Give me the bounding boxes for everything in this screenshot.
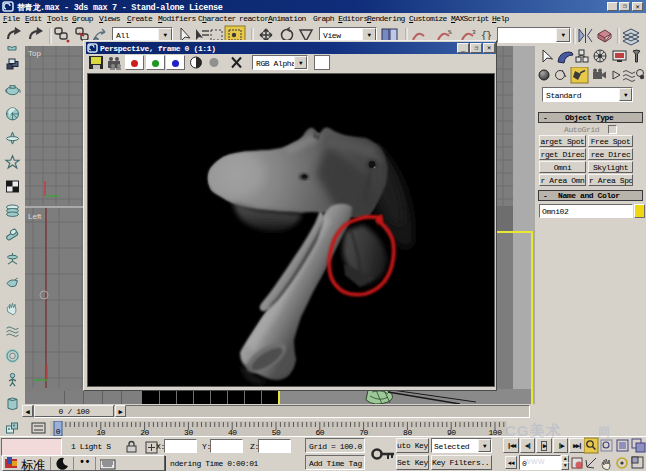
svg-text:10: 10	[96, 428, 105, 436]
svg-text:40: 40	[228, 428, 237, 436]
svg-text:30: 30	[184, 428, 193, 436]
svg-text:0: 0	[56, 427, 61, 436]
svg-text:3: 3	[472, 29, 476, 36]
svg-text:80: 80	[403, 428, 412, 436]
svg-text:90: 90	[447, 428, 456, 436]
svg-text:Top: Top	[28, 49, 41, 58]
svg-text:Left: Left	[28, 212, 42, 221]
svg-text:70: 70	[359, 428, 368, 436]
svg-text:20: 20	[140, 428, 149, 436]
svg-text:50: 50	[272, 428, 281, 436]
svg-text:60: 60	[315, 428, 324, 436]
svg-text:100: 100	[489, 428, 503, 436]
svg-text:%: %	[448, 29, 452, 36]
